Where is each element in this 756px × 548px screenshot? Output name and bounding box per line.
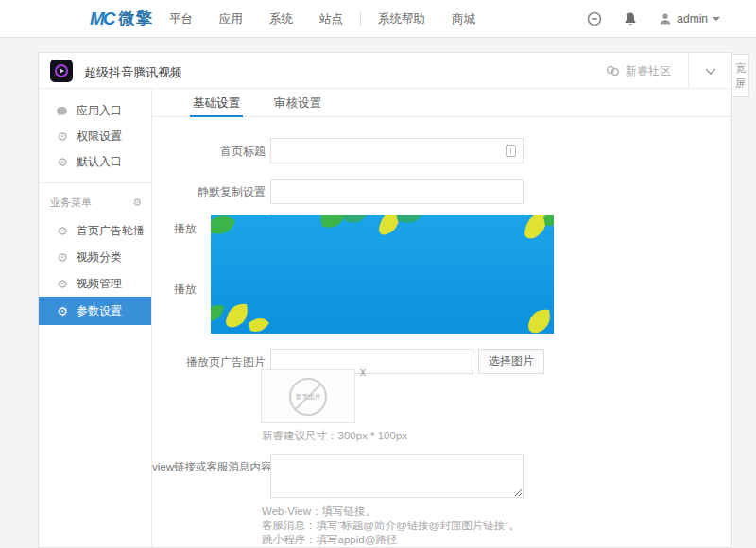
section-label: 业务菜单 (50, 196, 92, 210)
message-icon[interactable] (587, 11, 602, 26)
sidebar-item-home-carousel[interactable]: ⚙ 首页广告轮播 (39, 217, 151, 244)
sidebar-item-video-manage[interactable]: ⚙ 视频管理 (39, 270, 151, 297)
logo-mark: MC (90, 9, 114, 29)
help-line-miniprogram: 跳小程序：填写appid@路径 (262, 533, 520, 547)
sidebar-item-permissions[interactable]: ⚙ 权限设置 (39, 124, 151, 149)
card-header: 超级抖音腾讯视频 新睿社区 (39, 53, 731, 89)
sidebar-item-label: 应用入口 (77, 103, 122, 119)
sidebar-item-label: 权限设置 (77, 128, 122, 145)
form-row-ad-image: 播放页广告图片 选择图片 (152, 349, 731, 374)
settings-content: 基础设置 审核设置 首页标题 静默复制设置 播放 播放 (152, 89, 731, 547)
nav-divider (360, 12, 361, 26)
bell-icon[interactable] (623, 11, 638, 26)
silent-copy-input[interactable] (270, 179, 524, 204)
gear-icon: ⚙ (56, 224, 69, 238)
gear-icon: ⚙ (56, 250, 69, 265)
form-row-view-link: view链接或客服消息内容 (152, 454, 731, 498)
settings-tabs: 基础设置 审核设置 (152, 89, 731, 117)
sidebar-item-label: 参数设置 (77, 303, 122, 319)
nav-apps[interactable]: 应用 (206, 11, 256, 27)
sidebar-item-label: 视频管理 (77, 276, 122, 292)
user-menu[interactable]: admin (659, 12, 720, 26)
module-card: 超级抖音腾讯视频 新睿社区 应用入口 ⚙ 权限设置 ⚙ 默认入口 业务菜单 ⚙ (38, 52, 732, 548)
collapse-toggle[interactable] (688, 53, 731, 89)
leaf-decorations (211, 215, 554, 334)
widescreen-label: 宽屏 (735, 60, 746, 92)
form-row-silent-copy: 静默复制设置 (152, 179, 731, 204)
nav-platform[interactable]: 平台 (156, 11, 206, 27)
sidebar-item-label: 首页广告轮播 (77, 223, 145, 239)
link-icon (606, 65, 620, 77)
community-label: 新睿社区 (626, 63, 671, 79)
username: admin (677, 12, 708, 26)
help-text: Web·View：填写链接。 客服消息：填写“标题@简介@链接@封面图片链接”。… (262, 505, 520, 548)
chevron-down-icon (705, 68, 716, 75)
play-icon (60, 68, 64, 74)
gear-icon[interactable]: ⚙ (132, 197, 142, 209)
sidebar-divider (39, 182, 151, 183)
gear-icon: ⚙ (56, 304, 69, 318)
no-image-label: 暂无图片 (295, 392, 320, 401)
silent-copy-label: 静默复制设置 (152, 184, 266, 200)
view-link-textarea[interactable] (270, 454, 524, 498)
chevron-down-icon (713, 17, 720, 21)
widescreen-toggle[interactable]: 宽屏 (732, 54, 749, 97)
nav-store[interactable]: 商城 (438, 11, 489, 27)
no-image-icon: 暂无图片 (289, 378, 327, 416)
sidebar-item-label: 默认入口 (77, 154, 122, 170)
nav-help[interactable]: 系统帮助 (365, 11, 438, 27)
logo-text: 微擎 (119, 8, 153, 29)
size-hint: 新睿建议尺寸：300px * 100px (262, 429, 407, 443)
home-title-label: 首页标题 (152, 144, 266, 160)
tab-basic-settings[interactable]: 基础设置 (190, 89, 243, 117)
emoji-insert-icon[interactable] (506, 145, 516, 157)
remove-image-button[interactable]: x (360, 366, 366, 379)
tab-review-settings[interactable]: 审核设置 (271, 89, 324, 117)
topbar-right: admin (587, 0, 720, 38)
top-navigation: 平台 应用 系统 站点 系统帮助 商城 (156, 0, 489, 38)
sidebar-item-default-entry[interactable]: ⚙ 默认入口 (39, 149, 151, 175)
comment-icon (56, 106, 69, 117)
module-app-icon (50, 60, 73, 82)
user-icon (659, 12, 672, 26)
sidebar-item-video-category[interactable]: ⚙ 视频分类 (39, 244, 151, 270)
module-sidebar: 应用入口 ⚙ 权限设置 ⚙ 默认入口 业务菜单 ⚙ ⚙ 首页广告轮播 ⚙ 视频分… (39, 89, 152, 547)
topbar: MC 微擎 平台 应用 系统 站点 系统帮助 商城 admin (0, 0, 756, 38)
sidebar-item-label: 视频分类 (77, 249, 122, 265)
help-line-webview: Web·View：填写链接。 (262, 505, 520, 519)
sidebar-item-entry[interactable]: 应用入口 (39, 98, 151, 124)
home-title-input[interactable] (270, 138, 524, 163)
ad-image-label: 播放页广告图片 (152, 354, 266, 370)
nav-system[interactable]: 系统 (256, 11, 306, 27)
gear-icon: ⚙ (56, 155, 69, 169)
sidebar-item-parameter-settings[interactable]: ⚙ 参数设置 (39, 297, 151, 325)
gear-icon: ⚙ (56, 277, 69, 291)
view-link-label: view链接或客服消息内容 (152, 460, 266, 474)
choose-image-button[interactable]: 选择图片 (478, 349, 544, 374)
help-line-service-msg: 客服消息：填写“标题@简介@链接@封面图片链接”。 (262, 519, 520, 533)
ad-image-placeholder[interactable]: 暂无图片 (261, 369, 355, 423)
community-link[interactable]: 新睿社区 (606, 53, 671, 89)
gear-icon: ⚙ (56, 129, 69, 144)
app-logo[interactable]: MC 微擎 (90, 8, 153, 29)
sidebar-section-business-menu: 业务菜单 ⚙ (39, 191, 151, 214)
module-title: 超级抖音腾讯视频 (84, 64, 182, 81)
nav-sites[interactable]: 站点 (306, 11, 356, 27)
form-row-home-title: 首页标题 (152, 138, 731, 163)
banner-image-preview[interactable] (211, 215, 554, 334)
